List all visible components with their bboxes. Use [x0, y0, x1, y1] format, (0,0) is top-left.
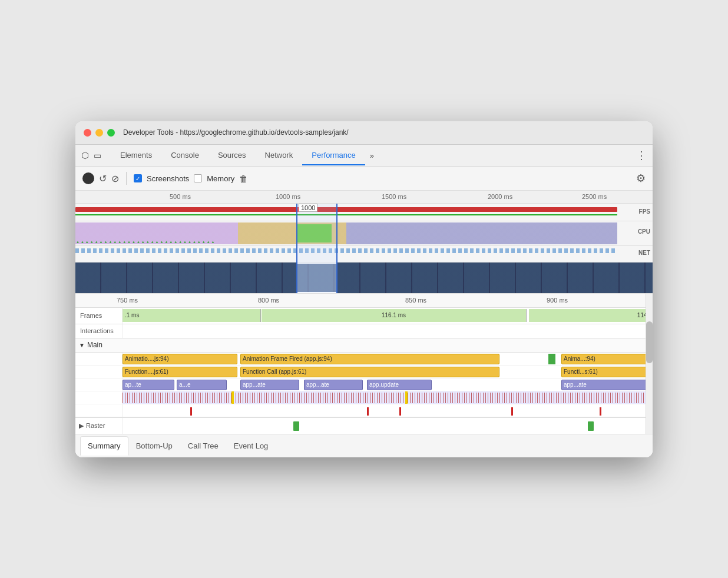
tab-more-button[interactable]: »: [365, 147, 379, 165]
flame-block-app-3[interactable]: app...ate: [304, 380, 363, 390]
frames-label: Frames: [75, 308, 123, 324]
screenshots-strip: [75, 263, 653, 293]
tab-console[interactable]: Console: [161, 146, 209, 165]
tab-elements[interactable]: Elements: [111, 146, 161, 165]
maximize-button[interactable]: [107, 129, 115, 137]
device-icon[interactable]: ▭: [94, 151, 101, 160]
bottom-tabs: Summary Bottom-Up Call Tree Event Log: [75, 434, 653, 457]
tick-2000: 2000 ms: [488, 193, 512, 200]
flame-row-0: Animatio....js:94) Animation Frame Fired…: [75, 353, 653, 366]
traffic-lights: [84, 129, 115, 137]
devtools-window: Developer Tools - https://googlechrome.g…: [75, 121, 653, 457]
flame-block-app-1[interactable]: a...e: [177, 380, 227, 390]
flame-block-anim-1[interactable]: Animation Frame Fired (app.js:94): [240, 354, 499, 364]
fps-label: FPS: [639, 208, 650, 215]
red-marker-2: [399, 407, 401, 416]
close-button[interactable]: [84, 129, 91, 137]
frames-canvas: .1 ms 116.1 ms 114.9 ms: [123, 308, 653, 324]
vertical-scrollbar[interactable]: [646, 294, 653, 434]
mini-red-bars: [123, 393, 653, 403]
flame-block-func-2[interactable]: Functi...s:61): [561, 367, 653, 377]
net-row: NET: [75, 246, 653, 263]
yellow-marker-1: [405, 391, 408, 404]
fps-green-line: [75, 214, 617, 215]
flame-block-anim-0[interactable]: Animatio....js:94): [123, 354, 237, 364]
tab-bottom-up[interactable]: Bottom-Up: [128, 436, 180, 456]
tab-performance[interactable]: Performance: [302, 146, 365, 165]
detail-timeline: 750 ms 800 ms 850 ms 900 ms Frames .1 ms…: [75, 294, 653, 434]
tab-event-log[interactable]: Event Log: [226, 436, 276, 456]
scrollbar-thumb[interactable]: [646, 321, 653, 363]
red-marker-4: [600, 407, 601, 416]
devtools-icons: ⬡ ▭: [81, 150, 101, 161]
clear-button[interactable]: ⊘: [111, 173, 119, 184]
flame-row-0-canvas: Animatio....js:94) Animation Frame Fired…: [123, 353, 653, 365]
flame-block-app-4[interactable]: app.update: [367, 380, 432, 390]
memory-checkbox[interactable]: [194, 174, 202, 182]
flame-row-0-label: [75, 353, 123, 365]
flame-row-2-canvas: ap...te a...e app...ate app...ate app.up…: [123, 378, 653, 391]
flame-block-app-5[interactable]: app...ate: [561, 380, 653, 390]
red-marker-3: [511, 407, 513, 416]
overview-timeline[interactable]: 500 ms 1000 ms 1500 ms 2000 ms 2500 ms F…: [75, 191, 653, 294]
flame-block-func-0[interactable]: Function....js:61): [123, 367, 237, 377]
screenshots-checkbox[interactable]: ✓: [134, 174, 142, 182]
red-marker-1: [367, 407, 369, 416]
interactions-canvas: [123, 324, 653, 338]
tab-summary[interactable]: Summary: [80, 436, 128, 456]
flame-block-anim-2[interactable]: Anima...:94): [561, 354, 653, 364]
main-label: Main: [87, 341, 102, 349]
trash-button[interactable]: 🗑: [239, 174, 248, 184]
settings-button[interactable]: ⚙: [636, 172, 646, 185]
overview-selection[interactable]: 1000: [296, 204, 337, 293]
flame-row-1: Function....js:61) Function Call (app.js…: [75, 366, 653, 378]
flame-row-3-canvas: [123, 391, 653, 404]
raster-canvas: [123, 418, 653, 434]
flame-block-app-2[interactable]: app...ate: [240, 380, 299, 390]
tick-2500: 2500 ms: [582, 193, 607, 200]
detail-ruler: 750 ms 800 ms 850 ms 900 ms: [75, 294, 653, 308]
cpu-row: ▲▲▲▲▲▲▲▲▲▲▲▲▲▲▲▲▲▲▲▲▲▲▲▲▲▲▲▲▲▲ CPU: [75, 221, 653, 246]
tab-menu-button[interactable]: ⋮: [636, 149, 647, 162]
tabbar: ⬡ ▭ Elements Console Sources Network Per…: [75, 145, 653, 167]
tab-sources[interactable]: Sources: [209, 146, 256, 165]
flame-block-func-1[interactable]: Function Call (app.js:61): [240, 367, 499, 377]
tab-network[interactable]: Network: [256, 146, 303, 165]
raster-block-1: [588, 421, 594, 431]
screenshots-blocks: [75, 263, 653, 293]
tick-1500: 1500 ms: [382, 193, 406, 200]
minimize-button[interactable]: [95, 129, 103, 137]
main-triangle-icon: ▼: [79, 342, 85, 348]
raster-label[interactable]: ▶ Raster: [75, 418, 123, 434]
tab-list: Elements Console Sources Network Perform…: [111, 146, 636, 165]
overview-ruler: 500 ms 1000 ms 1500 ms 2000 ms 2500 ms: [75, 191, 653, 204]
frames-row: Frames .1 ms 116.1 ms 114.9 ms: [75, 308, 653, 324]
interactions-row: Interactions: [75, 324, 653, 338]
tick-500: 500 ms: [170, 193, 191, 200]
tick-1000: 1000 ms: [276, 193, 300, 200]
inspect-icon[interactable]: ⬡: [81, 150, 89, 161]
detail-tick-900: 900 ms: [547, 297, 568, 304]
screenshots-label: Screenshots: [147, 174, 189, 183]
toolbar-separator: [126, 172, 127, 185]
overview-canvas: FPS ▲▲▲▲▲▲▲▲▲▲▲▲▲▲▲▲▲▲▲▲▲▲▲▲▲▲▲▲▲▲ CPU: [75, 204, 653, 293]
flame-block-app-0[interactable]: ap...te: [123, 380, 174, 390]
flame-row-1-label: [75, 366, 123, 378]
memory-label: Memory: [207, 174, 234, 183]
fps-row: FPS: [75, 204, 653, 221]
net-bar: [75, 248, 617, 253]
frame-bar-2: 114.9 ms: [529, 309, 653, 322]
main-content: 500 ms 1000 ms 1500 ms 2000 ms 2500 ms F…: [75, 191, 653, 457]
reload-button[interactable]: ↺: [99, 173, 107, 184]
raster-row: ▶ Raster: [75, 417, 653, 434]
tab-call-tree[interactable]: Call Tree: [180, 436, 226, 456]
frame-bar-1: 116.1 ms: [262, 309, 527, 322]
raster-triangle-icon: ▶: [79, 422, 84, 430]
yellow-marker-0: [231, 391, 234, 404]
record-button[interactable]: [82, 172, 94, 184]
selection-time-label: 1000: [299, 204, 317, 212]
main-section-header[interactable]: ▼ Main: [75, 338, 653, 353]
flame-row-2-label: [75, 378, 123, 391]
flame-row-3: [75, 391, 653, 404]
flame-row-1-canvas: Function....js:61) Function Call (app.js…: [123, 366, 653, 378]
